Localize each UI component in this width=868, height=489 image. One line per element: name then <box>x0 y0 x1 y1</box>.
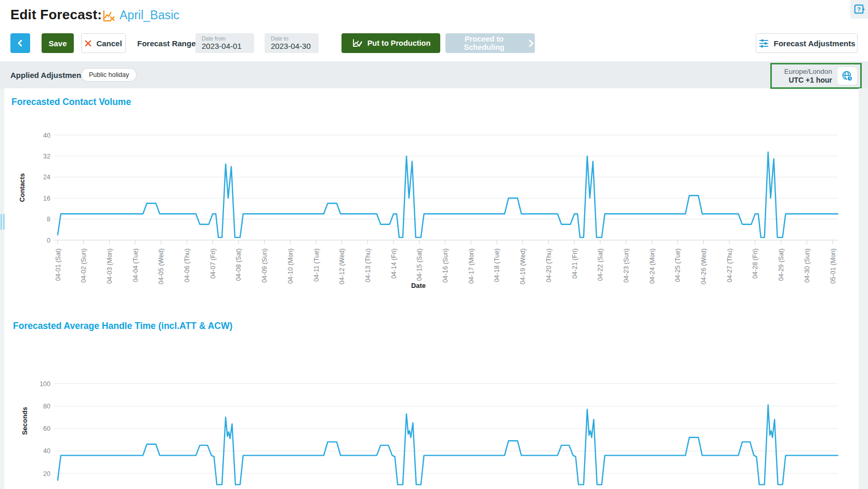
aht-chart[interactable]: 20406080100Seconds <box>0 343 868 489</box>
contact-volume-title: Forecasted Contact Volume <box>11 97 131 108</box>
svg-text:04-14 (Fri): 04-14 (Fri) <box>390 248 398 279</box>
save-button[interactable]: Save <box>42 33 74 53</box>
svg-text:04-09 (Sun): 04-09 (Sun) <box>261 248 268 283</box>
timezone-region: Europe/London <box>784 68 832 76</box>
cancel-label: Cancel <box>96 39 122 48</box>
svg-text:04-04 (Tue): 04-04 (Tue) <box>132 248 139 282</box>
forecast-adjustments-button[interactable]: Forecast Adjustments <box>756 33 858 53</box>
forecast-adjustments-label: Forecast Adjustments <box>774 39 856 48</box>
date-from-field[interactable]: Date from 2023-04-01 <box>195 33 254 53</box>
svg-text:04-21 (Fri): 04-21 (Fri) <box>571 248 578 279</box>
svg-text:24: 24 <box>43 174 50 181</box>
chevron-right-icon <box>528 39 535 47</box>
svg-text:04-27 (Thu): 04-27 (Thu) <box>726 248 733 282</box>
back-button[interactable] <box>10 33 30 53</box>
svg-text:04-07 (Fri): 04-07 (Fri) <box>209 248 217 279</box>
svg-text:20: 20 <box>43 470 50 478</box>
svg-text:04-24 (Mon): 04-24 (Mon) <box>649 248 656 284</box>
timezone-globe-button[interactable] <box>837 67 858 85</box>
chevron-left-icon <box>17 39 24 47</box>
svg-text:Contacts: Contacts <box>18 173 26 202</box>
svg-text:32: 32 <box>43 153 50 160</box>
svg-text:04-02 (Sun): 04-02 (Sun) <box>80 248 87 283</box>
date-from-value: 2023-04-01 <box>202 42 248 51</box>
timezone-offset: UTC +1 hour <box>784 76 832 84</box>
forecast-name-link[interactable]: April_Basic <box>120 8 179 22</box>
x-icon <box>85 40 91 47</box>
svg-text:04-03 (Mon): 04-03 (Mon) <box>106 248 113 284</box>
applied-adjustments-label: Applied Adjustments: <box>10 61 90 88</box>
svg-text:16: 16 <box>43 195 50 202</box>
svg-text:04-20 (Thu): 04-20 (Thu) <box>545 248 553 282</box>
production-chart-check-icon <box>351 37 363 49</box>
svg-text:04-25 (Tue): 04-25 (Tue) <box>674 248 681 282</box>
svg-text:05-01 (Mon): 05-01 (Mon) <box>830 248 837 284</box>
svg-text:60: 60 <box>43 425 50 432</box>
sliders-icon <box>758 38 769 49</box>
put-to-production-button[interactable]: Put to Production <box>341 33 440 53</box>
svg-text:04-17 (Mon): 04-17 (Mon) <box>468 248 475 284</box>
svg-text:04-23 (Sun): 04-23 (Sun) <box>623 248 630 283</box>
svg-text:04-22 (Sat): 04-22 (Sat) <box>597 248 604 281</box>
svg-text:04-10 (Mon): 04-10 (Mon) <box>287 248 294 284</box>
svg-text:04-13 (Thu): 04-13 (Thu) <box>364 248 372 282</box>
svg-text:04-05 (Wed): 04-05 (Wed) <box>157 248 165 284</box>
svg-text:04-12 (Wed): 04-12 (Wed) <box>338 248 346 284</box>
proceed-label: Proceed to Scheduling <box>445 35 523 51</box>
page-title: Edit Forecast: <box>10 7 102 23</box>
svg-text:100: 100 <box>40 380 50 388</box>
svg-text:80: 80 <box>43 403 50 410</box>
forecast-range-label: Forecast Range: <box>137 33 199 53</box>
svg-text:04-16 (Sun): 04-16 (Sun) <box>442 248 449 283</box>
svg-text:40: 40 <box>43 447 50 455</box>
cancel-button[interactable]: Cancel <box>81 33 126 53</box>
svg-text:04-06 (Thu): 04-06 (Thu) <box>183 248 191 282</box>
contact-volume-chart[interactable]: 081624324004-01 (Sat)04-02 (Sun)04-03 (M… <box>0 116 868 302</box>
svg-text:04-15 (Sat): 04-15 (Sat) <box>416 248 423 281</box>
adjustment-chip-public-holiday[interactable]: Public holiday <box>81 68 137 82</box>
svg-text:04-18 (Tue): 04-18 (Tue) <box>493 248 501 282</box>
aht-title: Forecasted Average Handle Time (incl.ATT… <box>13 321 232 332</box>
timezone-box: Europe/London UTC +1 hour <box>770 63 862 89</box>
svg-text:04-08 (Sat): 04-08 (Sat) <box>235 248 242 281</box>
help-button[interactable]: ? <box>850 0 868 19</box>
globe-clock-icon <box>841 70 853 82</box>
svg-text:0: 0 <box>47 237 50 244</box>
svg-text:04-26 (Wed): 04-26 (Wed) <box>700 248 707 284</box>
svg-text:04-01 (Sat): 04-01 (Sat) <box>55 248 62 281</box>
svg-text:8: 8 <box>47 216 50 223</box>
svg-text:04-28 (Fri): 04-28 (Fri) <box>752 248 759 279</box>
svg-text:04-19 (Wed): 04-19 (Wed) <box>519 248 527 284</box>
put-to-production-label: Put to Production <box>367 39 431 47</box>
date-to-field[interactable]: Date to 2023-04-30 <box>265 33 319 53</box>
forecast-chart-icon <box>102 9 115 23</box>
svg-text:?: ? <box>857 6 861 12</box>
svg-text:Seconds: Seconds <box>21 407 29 435</box>
svg-text:04-11 (Tue): 04-11 (Tue) <box>313 248 320 282</box>
proceed-to-scheduling-button[interactable]: Proceed to Scheduling <box>445 33 535 53</box>
svg-text:04-30 (Sun): 04-30 (Sun) <box>804 248 811 283</box>
svg-text:04-29 (Sat): 04-29 (Sat) <box>778 248 785 281</box>
help-icon: ? <box>853 4 865 15</box>
svg-text:40: 40 <box>43 132 50 139</box>
date-to-label: Date to <box>271 35 312 42</box>
date-to-value: 2023-04-30 <box>271 42 312 51</box>
svg-text:Date: Date <box>411 282 426 289</box>
date-from-label: Date from <box>202 35 248 42</box>
